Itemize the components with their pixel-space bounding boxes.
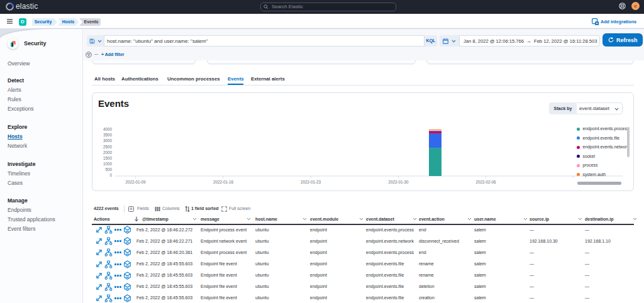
svg-text:2500: 2500: [103, 145, 113, 149]
svg-text:3000: 3000: [103, 138, 113, 143]
svg-text:2022-01-23: 2022-01-23: [301, 180, 321, 184]
svg-text:2022-01-30: 2022-01-30: [388, 180, 409, 184]
svg-text:2000: 2000: [103, 150, 113, 155]
svg-text:1000: 1000: [103, 162, 113, 166]
svg-text:4000: 4000: [103, 127, 113, 131]
svg-text:3500: 3500: [103, 133, 113, 137]
svg-text:2022-01-16: 2022-01-16: [213, 180, 234, 184]
svg-text:1500: 1500: [103, 156, 113, 160]
svg-text:2022-02-06: 2022-02-06: [475, 180, 496, 184]
svg-text:0: 0: [109, 173, 112, 177]
svg-text:2022-01-09: 2022-01-09: [125, 180, 146, 184]
svg-text:500: 500: [105, 167, 112, 172]
